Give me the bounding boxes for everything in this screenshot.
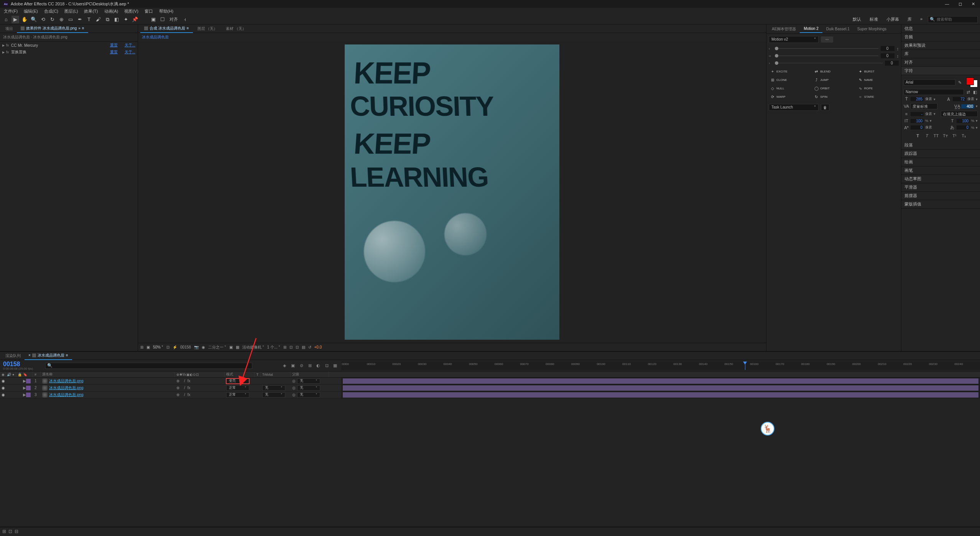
workspace-tab-library[interactable]: 库: [904, 16, 916, 23]
pickwhip-icon[interactable]: ◎: [292, 393, 296, 397]
exposure-value[interactable]: +0.0: [314, 345, 322, 349]
effect-reset-link[interactable]: 重置: [110, 49, 118, 55]
motion-btn-orbit[interactable]: ◯ORBIT: [812, 85, 855, 92]
toggle-modes-icon[interactable]: ⊡: [8, 529, 12, 534]
panel-wiggler[interactable]: 摇摆器: [901, 192, 980, 200]
col-solo[interactable]: ●: [11, 372, 16, 377]
tab-supermorphings[interactable]: Super Morphings: [853, 25, 890, 33]
menu-animation[interactable]: 动画(A): [102, 8, 121, 14]
italic-button[interactable]: T: [924, 133, 931, 139]
swap-colors-icon[interactable]: ⇄: [965, 90, 971, 95]
layer-name[interactable]: 冰水成品调色后.png: [48, 385, 83, 391]
mask-mode-icon[interactable]: ▣: [150, 16, 157, 23]
layer-row[interactable]: ◉ ▶ 3 冰水成品调色后.png ⊕/fx 正常˅ 无˅ ◎无˅: [0, 391, 980, 398]
snap-options-icon[interactable]: ⫞: [181, 16, 189, 23]
type-tool-icon[interactable]: T: [85, 16, 93, 23]
tab-effect-controls[interactable]: 效果控件 冰水成品调色后.png » ≡: [17, 25, 88, 33]
panel-effects-presets[interactable]: 效果和预设: [901, 41, 980, 50]
motion-btn-stare[interactable]: ○STARE: [857, 93, 899, 100]
workspace-overflow-icon[interactable]: »: [916, 16, 926, 23]
effect-reset-link[interactable]: 重置: [110, 43, 118, 48]
motion-btn-rope[interactable]: ∿ROPE: [857, 85, 899, 92]
roi-icon[interactable]: ▣: [229, 345, 233, 349]
draft3d-icon[interactable]: ▣: [290, 363, 296, 369]
expand-icon[interactable]: ▶: [2, 44, 5, 47]
comp-tab-layer[interactable]: 图层 （无）: [194, 25, 222, 33]
tracking-input[interactable]: 400: [961, 104, 974, 109]
col-audio[interactable]: 🔊: [5, 372, 11, 377]
motion-btn-jump[interactable]: ⤴JUMP: [812, 76, 855, 83]
trkmat-dropdown[interactable]: 无˅: [262, 392, 285, 398]
slider-value[interactable]: 0: [885, 61, 899, 66]
superscript-button[interactable]: T¹: [951, 133, 958, 139]
menu-layer[interactable]: 图层(L): [62, 8, 80, 14]
panel-paint[interactable]: 绘画: [901, 158, 980, 166]
layer-track[interactable]: [341, 385, 980, 391]
fx-badge-icon[interactable]: fx: [6, 50, 9, 54]
tab-menu-icon[interactable]: ≡: [66, 353, 68, 357]
resolution-dropdown[interactable]: 二分之一 ˅: [208, 345, 226, 350]
task-launch-dropdown[interactable]: Task Launch˅: [769, 104, 819, 111]
snapshot-icon[interactable]: 📷: [194, 345, 199, 349]
font-family-dropdown[interactable]: Arial: [904, 79, 955, 85]
col-t[interactable]: T: [255, 372, 261, 377]
layer-label-color[interactable]: [26, 386, 31, 390]
maximize-button[interactable]: ◻: [956, 2, 964, 7]
composition-viewer[interactable]: KEEP CURIOSITY KEEP LEARNING: [138, 41, 766, 343]
col-parent[interactable]: 父级: [291, 372, 329, 377]
ime-floating-widget[interactable]: 🦌 英: [761, 422, 785, 436]
ime-mode-label[interactable]: 英: [773, 425, 785, 432]
visibility-toggle-icon[interactable]: ◉: [2, 386, 5, 390]
baseline-input[interactable]: 0: [911, 125, 924, 130]
minimize-button[interactable]: —: [943, 2, 951, 7]
menu-composition[interactable]: 合成(C): [42, 8, 61, 14]
toggle-inout-icon[interactable]: ⊟: [15, 529, 18, 534]
col-eye[interactable]: ◉: [0, 372, 5, 377]
brush-tool-icon[interactable]: 🖌: [94, 16, 102, 23]
blend-mode-dropdown[interactable]: 正常˅: [226, 392, 249, 398]
motion-preset-dropdown[interactable]: Motion v2˅: [769, 36, 819, 43]
motion-slider-out[interactable]: › 0: [769, 61, 899, 66]
layer-name[interactable]: 冰水成品调色后.png: [48, 392, 83, 398]
task-delete-button[interactable]: 🗑: [821, 104, 829, 111]
slider-value[interactable]: 0: [881, 46, 894, 51]
bold-button[interactable]: T: [914, 133, 921, 139]
tab-menu-icon[interactable]: ≡: [187, 26, 189, 30]
blend-mode-dropdown[interactable]: 变亮˅: [226, 378, 249, 384]
expand-layer-icon[interactable]: ▶: [23, 379, 26, 383]
slider-track[interactable]: [775, 56, 878, 56]
panel-brushes[interactable]: 画笔: [901, 166, 980, 175]
panel-tracker[interactable]: 跟踪器: [901, 150, 980, 158]
clone-tool-icon[interactable]: ⧉: [104, 16, 111, 23]
effect-about-link[interactable]: 关于...: [125, 43, 135, 48]
layer-track[interactable]: [341, 378, 980, 384]
pickwhip-icon[interactable]: ◎: [292, 386, 296, 390]
channel-icon[interactable]: ▤: [302, 345, 305, 349]
comp-mini-flowchart-icon[interactable]: ◈: [281, 363, 288, 369]
layer-duration-bar[interactable]: [343, 378, 978, 384]
tab-timeline-comp[interactable]: × 冰水成品调色后 ≡: [25, 352, 72, 360]
tab-script-manager[interactable]: AE脚本管理器: [768, 25, 800, 33]
vscale-input[interactable]: 100: [911, 119, 924, 123]
color-swatches[interactable]: [966, 77, 978, 87]
motion-btn-null[interactable]: ◇NULL: [769, 85, 811, 92]
view-options-icon[interactable]: ⊞: [283, 345, 286, 349]
fast-preview-icon[interactable]: ⚡: [173, 345, 177, 349]
camera-dropdown[interactable]: 活动摄像机 ˅: [242, 345, 264, 350]
pixel-aspect-icon[interactable]: ⊡: [289, 345, 293, 349]
close-button[interactable]: ✕: [969, 2, 977, 7]
col-source-name[interactable]: 源名称: [41, 372, 175, 377]
fx-badge-icon[interactable]: fx: [6, 43, 9, 47]
col-mode[interactable]: 模式: [225, 372, 255, 377]
puppet-tool-icon[interactable]: 📌: [131, 16, 139, 23]
reset-exposure-icon[interactable]: ↺: [308, 345, 311, 349]
pickwhip-icon[interactable]: ◎: [292, 379, 296, 383]
layer-duration-bar[interactable]: [343, 392, 978, 398]
col-lock[interactable]: 🔒: [16, 372, 21, 377]
panel-motion-sketch[interactable]: 动态草图: [901, 175, 980, 183]
hand-tool-icon[interactable]: ✋: [21, 16, 28, 23]
slider-track[interactable]: [775, 48, 878, 49]
layer-label-color[interactable]: [26, 393, 31, 397]
shy-icon[interactable]: ⊘: [298, 363, 304, 369]
comp-tab-main[interactable]: 合成 冰水成品调色后 ≡: [140, 25, 193, 33]
